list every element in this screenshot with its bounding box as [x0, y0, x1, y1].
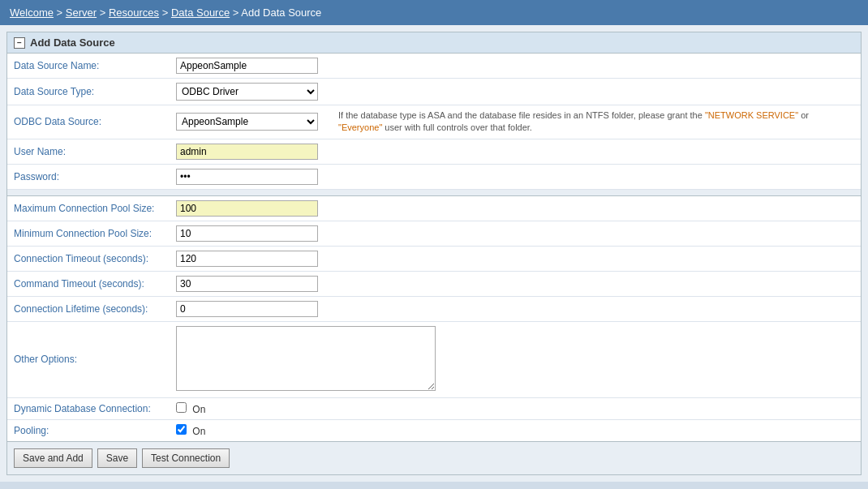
breadcrumb-resources[interactable]: Resources: [109, 6, 159, 19]
datasource-type-label: Data Source Type:: [7, 79, 170, 105]
save-and-add-button[interactable]: Save and Add: [14, 448, 92, 468]
datasource-name-input[interactable]: [176, 58, 318, 74]
dynamic-db-connection-checkbox[interactable]: [176, 402, 187, 413]
min-pool-size-input[interactable]: [176, 225, 318, 242]
dynamic-db-cell: On: [170, 397, 332, 419]
odbc-note: If the database type is ASA and the data…: [332, 105, 861, 139]
table-row: Dynamic Database Connection: On: [7, 397, 861, 419]
divider-row: [7, 189, 861, 195]
other-options-input[interactable]: [176, 326, 436, 391]
table-row: Data Source Name:: [7, 54, 861, 79]
test-connection-button[interactable]: Test Connection: [142, 448, 230, 468]
form-top: Data Source Name: Data Source Type: ODBC…: [7, 54, 861, 441]
datasource-type-cell: ODBC Driver JDBC Driver OLE DB: [170, 79, 332, 105]
password-input[interactable]: [176, 169, 318, 185]
table-row: Maximum Connection Pool Size:: [7, 195, 861, 221]
max-pool-label: Maximum Connection Pool Size:: [7, 195, 170, 221]
min-pool-label: Minimum Connection Pool Size:: [7, 221, 170, 246]
table-row: Data Source Type: ODBC Driver JDBC Drive…: [7, 79, 861, 105]
password-label: Password:: [7, 164, 170, 189]
other-options-label: Other Options:: [7, 321, 170, 397]
table-row: Connection Lifetime (seconds):: [7, 296, 861, 321]
table-row: Pooling: On: [7, 419, 861, 441]
datasource-name-cell: [170, 54, 332, 79]
pooling-cell: On: [170, 419, 332, 441]
cmd-timeout-cell: [170, 271, 332, 296]
command-timeout-input[interactable]: [176, 276, 318, 292]
table-row: ODBC Data Source: AppeonSample If the da…: [7, 105, 861, 139]
breadcrumb: Welcome > Server > Resources > Data Sour…: [0, 0, 868, 25]
breadcrumb-current: Add Data Source: [241, 6, 321, 19]
section-box: − Add Data Source Data Source Name: Data…: [6, 32, 862, 475]
conn-lifetime-label: Connection Lifetime (seconds):: [7, 296, 170, 321]
table-row: Connection Timeout (seconds):: [7, 246, 861, 271]
section-title: Add Data Source: [30, 36, 115, 49]
conn-timeout-label: Connection Timeout (seconds):: [7, 246, 170, 271]
table-row: User Name:: [7, 139, 861, 164]
table-row: Command Timeout (seconds):: [7, 271, 861, 296]
breadcrumb-server[interactable]: Server: [66, 6, 97, 19]
pooling-on-label: On: [192, 426, 205, 437]
other-options-cell: [170, 321, 861, 397]
username-cell: [170, 139, 332, 164]
username-input[interactable]: [176, 144, 318, 160]
table-row: Password:: [7, 164, 861, 189]
footer-bar: Save and Add Save Test Connection: [7, 441, 861, 474]
table-row: Minimum Connection Pool Size:: [7, 221, 861, 246]
odbc-datasource-select[interactable]: AppeonSample: [176, 113, 318, 131]
datasource-type-select[interactable]: ODBC Driver JDBC Driver OLE DB: [176, 83, 318, 101]
max-pool-size-input[interactable]: [176, 200, 318, 217]
cmd-timeout-label: Command Timeout (seconds):: [7, 271, 170, 296]
dynamic-db-label: Dynamic Database Connection:: [7, 397, 170, 419]
max-pool-cell: [170, 195, 332, 221]
datasource-name-label: Data Source Name:: [7, 54, 170, 79]
odbc-datasource-cell: AppeonSample: [170, 105, 332, 139]
connection-timeout-input[interactable]: [176, 251, 318, 267]
conn-lifetime-cell: [170, 296, 332, 321]
breadcrumb-welcome[interactable]: Welcome: [10, 6, 54, 19]
min-pool-cell: [170, 221, 332, 246]
section-header: − Add Data Source: [7, 32, 861, 54]
table-row: Other Options:: [7, 321, 861, 397]
main-container: − Add Data Source Data Source Name: Data…: [0, 25, 868, 482]
username-label: User Name:: [7, 139, 170, 164]
save-button[interactable]: Save: [97, 448, 137, 468]
password-cell: [170, 164, 332, 189]
pooling-checkbox[interactable]: [176, 424, 187, 435]
pooling-label: Pooling:: [7, 419, 170, 441]
conn-timeout-cell: [170, 246, 332, 271]
collapse-icon[interactable]: −: [14, 37, 25, 49]
dynamic-db-on-label: On: [192, 404, 205, 415]
connection-lifetime-input[interactable]: [176, 301, 318, 317]
odbc-datasource-label: ODBC Data Source:: [7, 105, 170, 139]
breadcrumb-datasource[interactable]: Data Source: [171, 6, 230, 19]
